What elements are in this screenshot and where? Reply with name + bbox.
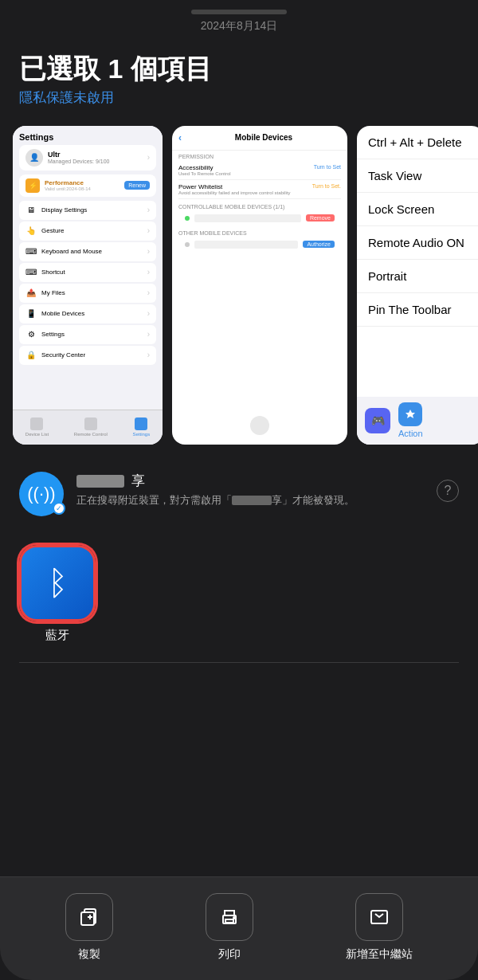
settings-menu-item: 👆Gesture› (19, 221, 156, 241)
settings-menu-item: ⚙Settings› (19, 325, 156, 344)
airdrop-desc-suffix: 享」才能被發現。 (272, 494, 355, 506)
remove-button[interactable]: Remove (306, 214, 335, 221)
bluetooth-section: ᛒ 藍牙 (0, 532, 478, 656)
bottom-label-remote: Remote Control (74, 432, 108, 437)
menu-icon: 👆 (25, 225, 37, 237)
airdrop-desc-text: 正在搜尋附近裝置，對方需啟用「 (76, 494, 232, 506)
mobile-devices-thumbnail[interactable]: ‹ Mobile Devices PERMISSION Accessibilit… (172, 126, 347, 445)
settings-menu-item: ⌨Keyboard and Mouse› (19, 242, 156, 261)
avatar: 👤 (25, 149, 43, 167)
settings-card-inner: Settings 👤 Ultr Managed Devices: 9/100 ›… (13, 126, 163, 365)
airdrop-text: 享 正在搜尋附近裝置，對方需啟用「享」才能被發現。 (76, 472, 424, 508)
action-icon (398, 402, 422, 426)
menu-icon: 📤 (25, 288, 37, 299)
perf-sub: Valid until:2024-08-14 (45, 186, 120, 191)
accessibility-btn[interactable]: Turn to Set (314, 164, 341, 170)
action-menu-item[interactable]: Pin The Toolbar (357, 293, 478, 327)
bluetooth-app-item[interactable]: ᛒ 藍牙 (19, 545, 96, 643)
settings-thumbnail[interactable]: Settings 👤 Ultr Managed Devices: 9/100 ›… (13, 126, 163, 445)
action-button[interactable]: Action (398, 402, 423, 438)
other-devices-title: OTHER MOBILE DEVICES (178, 230, 341, 236)
accessibility-sub: Used To Remote Control (178, 171, 231, 176)
action-menu-item[interactable]: Portrait (357, 260, 478, 293)
other-device-row: Authorize (178, 237, 341, 252)
airdrop-help-button[interactable]: ? (437, 480, 459, 502)
action-menu-item[interactable]: Ctrl + Alt + Delete (357, 126, 478, 159)
remote-control-icon (84, 417, 97, 430)
performance-row: ⚡ Performance Valid until:2024-08-14 Ren… (19, 174, 156, 197)
help-icon: ? (445, 484, 452, 498)
print-icon (206, 893, 253, 941)
chevron-icon: › (147, 309, 150, 318)
mobile-card-title: Mobile Devices (186, 133, 341, 142)
chevron-icon: › (147, 351, 150, 359)
airdrop-description: 正在搜尋附近裝置，對方需啟用「享」才能被發現。 (76, 493, 424, 508)
bluetooth-label: 藍牙 (45, 628, 69, 643)
authorize-button[interactable]: Authorize (303, 241, 335, 248)
toolbar-divider (19, 662, 459, 663)
power-info: Power Whitelist Avoid accessibility fail… (178, 183, 291, 195)
device-list-icon (30, 417, 43, 430)
perf-info: Performance Valid until:2024-08-14 (45, 179, 120, 191)
bluetooth-symbol: ᛒ (48, 564, 68, 602)
add-relay-label: 新增至中繼站 (346, 947, 413, 962)
user-info: Ultr Managed Devices: 9/100 (48, 151, 143, 164)
print-button[interactable]: 列印 (206, 893, 253, 962)
copy-button[interactable]: 複製 (65, 893, 113, 962)
chevron-icon: › (147, 330, 150, 339)
permission-section: PERMISSION Accessibility Used To Remote … (172, 151, 347, 201)
action-menu-item[interactable]: Lock Screen (357, 193, 478, 226)
bottom-toolbar: 複製 列印 新增至中繼站 (0, 876, 478, 980)
other-device-dot (185, 242, 190, 247)
copy-icon (65, 893, 113, 941)
airdrop-waves-icon: ((·)) (27, 484, 55, 504)
device-name-blur (194, 214, 301, 222)
print-label: 列印 (218, 947, 241, 962)
svg-rect-0 (81, 912, 94, 925)
accessibility-row: Accessibility Used To Remote Control Tur… (178, 161, 341, 180)
power-sub: Avoid accessibility failed and improve c… (178, 190, 291, 195)
airdrop-title-suffix: 享 (131, 473, 145, 488)
device-status-dot (185, 216, 190, 221)
action-label: Action (398, 429, 423, 438)
back-icon: ‹ (178, 132, 182, 143)
date-text: 2024年8月14日 (201, 19, 278, 32)
chevron-icon: › (147, 226, 150, 235)
settings-menu: 🖥Display Settings›👆Gesture›⌨Keyboard and… (13, 201, 163, 365)
page-title: 已選取 1 個項目 (19, 53, 459, 85)
controllable-device-row: Remove (178, 211, 341, 225)
copy-label: 複製 (78, 947, 100, 962)
chevron-icon: › (147, 153, 150, 162)
bottom-device-list[interactable]: Device List (25, 417, 49, 437)
user-sub: Managed Devices: 9/100 (48, 159, 143, 164)
menu-label: Settings (41, 331, 143, 338)
bottom-remote-control[interactable]: Remote Control (74, 417, 108, 437)
other-device-name-blur (194, 241, 298, 249)
chevron-icon: › (147, 268, 150, 276)
bottom-settings[interactable]: Settings (132, 417, 150, 437)
power-btn[interactable]: Turn to Set. (312, 183, 341, 189)
action-menu-item[interactable]: Remote Audio ON (357, 226, 478, 260)
menu-label: Keyboard and Mouse (41, 248, 143, 255)
renew-button[interactable]: Renew (124, 181, 150, 190)
action-menu-thumbnail[interactable]: Ctrl + Alt + DeleteTask ViewLock ScreenR… (357, 126, 478, 445)
perf-title: Performance (45, 179, 120, 186)
menu-label: Mobile Devices (41, 310, 143, 317)
accessibility-label: Accessibility (178, 164, 231, 171)
menu-icon: 📱 (25, 308, 37, 319)
add-relay-button[interactable]: 新增至中繼站 (346, 893, 413, 962)
airdrop-title: 享 (76, 472, 424, 490)
mobile-card-header: ‹ Mobile Devices (172, 126, 347, 151)
add-relay-icon (355, 893, 403, 941)
airdrop-icon: ((·)) ✓ (19, 472, 64, 516)
other-devices-section: OTHER MOBILE DEVICES Authorize (172, 227, 347, 253)
settings-menu-item: 🖥Display Settings› (19, 201, 156, 220)
scroll-indicator (250, 416, 269, 435)
controllable-section: CONTROLLABLE MOBILE DEVICES (1/1) Remove (172, 201, 347, 227)
action-menu-item[interactable]: Task View (357, 159, 478, 193)
menu-icon: 🖥 (25, 205, 37, 216)
top-bar: 2024年8月14日 (0, 0, 478, 40)
chevron-icon: › (147, 247, 150, 256)
controllable-title: CONTROLLABLE MOBILE DEVICES (1/1) (178, 204, 341, 210)
menu-label: Security Center (41, 351, 143, 359)
